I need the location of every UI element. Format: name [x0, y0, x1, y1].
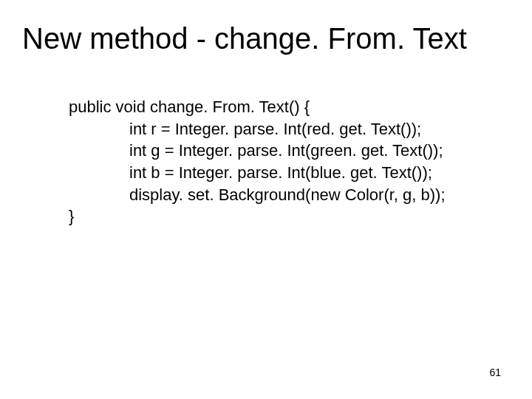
code-line: int b = Integer. parse. Int(blue. get. T… — [69, 162, 510, 184]
code-line: int g = Integer. parse. Int(green. get. … — [69, 140, 510, 162]
code-line: int r = Integer. parse. Int(red. get. Te… — [69, 118, 510, 140]
page-number: 61 — [489, 366, 501, 378]
code-block: public void change. From. Text() { int r… — [69, 96, 510, 228]
code-line: } — [69, 205, 510, 228]
code-line: display. set. Background(new Color(r, g,… — [69, 184, 510, 206]
slide-title: New method - change. From. Text — [22, 22, 510, 55]
code-line: public void change. From. Text() { — [69, 96, 510, 118]
slide: New method - change. From. Text public v… — [0, 0, 532, 399]
